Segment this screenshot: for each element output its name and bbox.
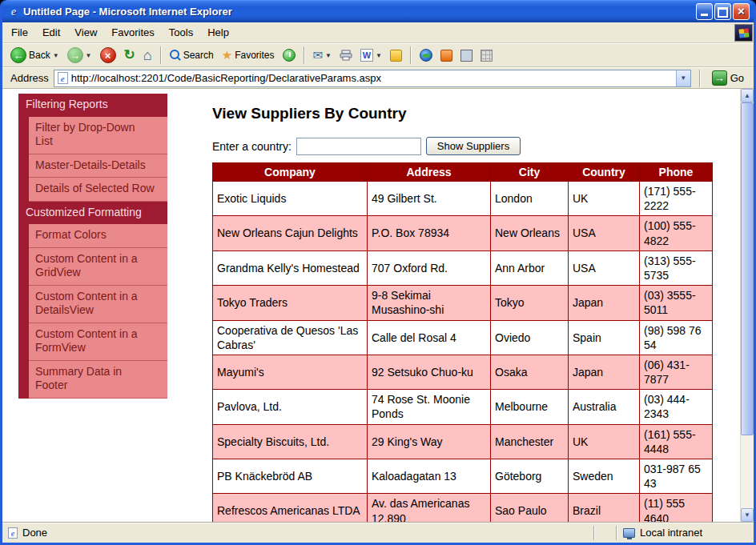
address-separator — [699, 70, 701, 87]
search-button[interactable]: Search — [167, 48, 217, 62]
sidebar-item[interactable]: Custom Content in a GridView — [29, 248, 167, 286]
table-cell: Sao Paulo — [491, 494, 569, 522]
table-cell: UK — [569, 182, 640, 216]
country-label: Enter a country: — [212, 140, 292, 153]
suppliers-table: CompanyAddressCityCountryPhoneExotic Liq… — [212, 162, 713, 522]
history-button[interactable] — [279, 47, 299, 63]
toolbar: ← Back ▼ → ▼ × ↻ ⌂ Search ★ Favorites ✉ … — [2, 43, 754, 67]
sidebar-item[interactable]: Filter by Drop-Down List — [29, 117, 167, 154]
sidebar-item[interactable]: Custom Content in a FormView — [29, 323, 167, 361]
sidebar-item[interactable]: Details of Selected Row — [29, 178, 167, 202]
table-cell: USA — [569, 216, 640, 250]
menu-help[interactable]: Help — [200, 22, 236, 42]
back-label: Back — [29, 50, 50, 61]
table-cell: Exotic Liquids — [213, 182, 368, 216]
table-cell: Specialty Biscuits, Ltd. — [213, 424, 368, 459]
menu-favorites[interactable]: Favorites — [104, 22, 161, 42]
table-cell: (06) 431-7877 — [640, 355, 713, 389]
table-cell: (98) 598 76 54 — [640, 320, 713, 355]
sidebar-item[interactable]: Master-Details-Details — [29, 154, 167, 178]
title-bar: e Untitled Page - Microsoft Internet Exp… — [2, 0, 754, 22]
country-input[interactable] — [296, 138, 421, 155]
forward-dropdown-icon: ▼ — [86, 52, 92, 59]
menu-edit[interactable]: Edit — [35, 22, 67, 42]
table-cell: (100) 555-4822 — [640, 216, 713, 250]
messenger-button[interactable] — [387, 48, 405, 63]
home-button[interactable]: ⌂ — [140, 46, 155, 64]
sidebar-section-header[interactable]: Filtering Reports — [18, 94, 167, 117]
go-button[interactable]: → Go — [709, 70, 750, 86]
close-button[interactable]: × — [733, 3, 750, 20]
table-cell: Pavlova, Ltd. — [213, 390, 368, 424]
stop-button[interactable]: × — [97, 46, 119, 65]
menu-bar: File Edit View Favorites Tools Help — [2, 22, 754, 43]
table-cell: Japan — [569, 286, 640, 320]
back-button[interactable]: ← Back ▼ — [7, 46, 62, 65]
menu-view[interactable]: View — [67, 22, 104, 42]
favorites-label: Favorites — [235, 50, 274, 61]
column-header: Country — [569, 163, 640, 182]
history-icon — [283, 49, 296, 62]
back-icon: ← — [10, 47, 26, 63]
globe-icon — [420, 49, 432, 62]
scroll-up-icon[interactable]: ▲ — [741, 89, 754, 102]
sidebar-section-header[interactable]: Customized Formatting — [18, 202, 167, 225]
table-cell: Australia — [569, 390, 640, 424]
print-button[interactable] — [336, 48, 356, 62]
toolbar-separator — [410, 46, 412, 64]
status-segment — [595, 523, 616, 543]
menu-tools[interactable]: Tools — [162, 22, 200, 42]
scrollbar-thumb[interactable] — [741, 102, 754, 435]
forward-button[interactable]: → ▼ — [64, 46, 95, 65]
scrollbar-track[interactable] — [741, 102, 754, 508]
mail-dropdown-icon: ▼ — [325, 52, 332, 59]
home-icon: ⌂ — [143, 48, 152, 62]
table-cell: 9-8 Sekimai Musashino-shi — [368, 286, 491, 320]
table-row: Pavlova, Ltd.74 Rose St. Moonie PondsMel… — [213, 390, 713, 424]
table-cell: Mayumi's — [213, 355, 368, 389]
search-label: Search — [183, 50, 214, 61]
table-cell: Japan — [569, 355, 640, 389]
sidebar: Filtering ReportsFilter by Drop-Down Lis… — [2, 89, 167, 522]
favorites-button[interactable]: ★ Favorites — [219, 47, 278, 63]
edit-dropdown-icon: ▼ — [376, 52, 382, 59]
column-header: Phone — [640, 163, 713, 182]
table-cell: Osaka — [491, 355, 569, 389]
grid-button[interactable] — [477, 48, 496, 63]
sidebar-item[interactable]: Summary Data in Footer — [29, 361, 167, 399]
table-row: Refrescos Americanas LTDAAv. das America… — [213, 494, 713, 522]
edit-button[interactable]: W ▼ — [357, 47, 385, 63]
table-cell: UK — [569, 424, 640, 459]
highlighter-button[interactable] — [437, 48, 456, 63]
research-button[interactable] — [457, 48, 476, 63]
table-row: PB Knäckebröd ABKaloadagatan 13GöteborgS… — [213, 459, 713, 494]
page-title: View Suppliers By Country — [212, 105, 740, 122]
table-cell: New Orleans Cajun Delights — [213, 216, 368, 250]
show-suppliers-button[interactable]: Show Suppliers — [426, 137, 521, 155]
table-cell: Cooperativa de Quesos 'Las Cabras' — [213, 320, 368, 355]
go-label: Go — [730, 72, 744, 84]
scroll-down-icon[interactable]: ▼ — [741, 508, 754, 522]
vertical-scrollbar[interactable]: ▲ ▼ — [740, 89, 754, 522]
minimize-button[interactable] — [696, 3, 713, 20]
sidebar-item[interactable]: Custom Content in a DetailsView — [29, 286, 167, 323]
table-cell: P.O. Box 78934 — [368, 216, 491, 250]
go-arrow-icon: → — [712, 70, 727, 86]
address-url: http://localhost:2201/Code/BasicReportin… — [71, 72, 676, 84]
refresh-button[interactable]: ↻ — [121, 46, 139, 64]
table-cell: Brazil — [569, 494, 640, 522]
maximize-button[interactable] — [714, 3, 731, 20]
country-form: Enter a country: Show Suppliers — [212, 137, 740, 155]
sidebar-item[interactable]: Format Colors — [29, 224, 167, 248]
table-cell: Manchester — [491, 424, 569, 459]
address-dropdown-icon[interactable]: ▼ — [676, 70, 690, 86]
menu-file[interactable]: File — [4, 22, 35, 42]
browser-window: e Untitled Page - Microsoft Internet Exp… — [0, 0, 756, 545]
table-cell: 29 King's Way — [368, 424, 491, 459]
table-cell: New Orleans — [491, 216, 569, 250]
mail-button[interactable]: ✉ ▼ — [310, 46, 336, 64]
address-input[interactable]: e http://localhost:2201/Code/BasicReport… — [54, 70, 691, 87]
msn-button[interactable] — [416, 47, 436, 63]
table-cell: (11) 555 4640 — [640, 494, 713, 522]
table-row: Specialty Biscuits, Ltd.29 King's WayMan… — [213, 424, 713, 459]
